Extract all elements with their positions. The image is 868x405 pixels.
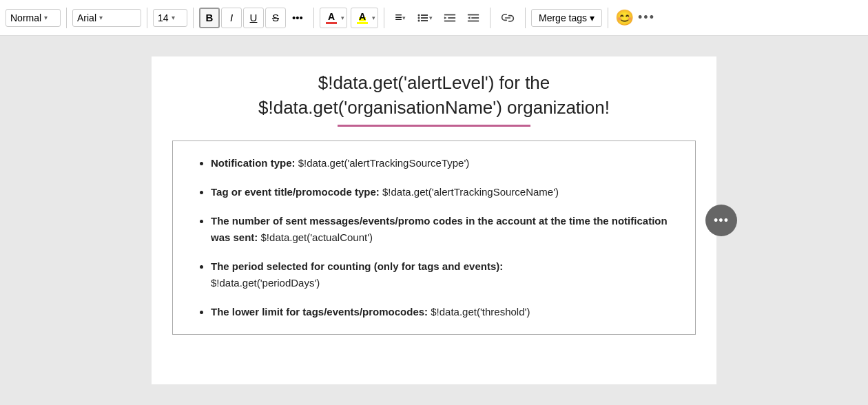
- font-color-chevron: ▾: [341, 14, 344, 21]
- svg-rect-8: [444, 20, 455, 21]
- bullet-list: Notification type: $!data.get('alertTrac…: [194, 155, 674, 320]
- font-family-select[interactable]: Arial ▾: [72, 9, 141, 27]
- content-box: Notification type: $!data.get('alertTrac…: [172, 141, 696, 335]
- list-item: The lower limit for tags/events/promocod…: [211, 304, 674, 320]
- merge-tags-button[interactable]: Merge tags ▾: [531, 9, 602, 27]
- svg-rect-7: [448, 17, 455, 19]
- paragraph-style-chevron: ▾: [44, 14, 48, 21]
- text-format-group: B I U S •••: [199, 8, 308, 28]
- font-size-chevron: ▾: [172, 14, 175, 21]
- toolbar: Normal ▾ Arial ▾ 14 ▾ B I U S ••• A ▾: [0, 0, 868, 36]
- title-line1: $!data.get('alertLevel') for the: [318, 72, 550, 93]
- svg-rect-11: [471, 17, 479, 19]
- item4-value: $!data.get('periodDays'): [211, 277, 320, 289]
- svg-point-2: [418, 17, 420, 19]
- highlight-color-wrapper[interactable]: A ▾: [351, 8, 378, 28]
- divider-3: [193, 8, 194, 28]
- item5-bold: The lower limit for tags/events/promocod…: [211, 306, 428, 318]
- floating-more-button[interactable]: •••: [705, 205, 737, 236]
- font-size-select[interactable]: 14 ▾: [153, 9, 187, 27]
- divider-2: [147, 8, 147, 28]
- title-underline: [338, 125, 530, 127]
- alignment-group: ≡▾ ▾: [390, 8, 484, 28]
- divider-6: [490, 8, 490, 28]
- link-icon: [501, 12, 515, 24]
- editor-container: $!data.get('alertLevel') for the $!data.…: [152, 56, 716, 384]
- indent-icon: [467, 12, 479, 24]
- highlight-color-button[interactable]: A: [353, 10, 371, 25]
- list-item: The period selected for counting (only f…: [211, 258, 674, 291]
- overflow-button[interactable]: •••: [638, 10, 655, 25]
- paragraph-style-group: Normal ▾: [6, 9, 61, 27]
- svg-marker-13: [468, 17, 471, 19]
- highlight-color-bar: [357, 22, 368, 24]
- svg-marker-9: [444, 17, 447, 19]
- font-color-bar: [326, 22, 337, 24]
- merge-tags-chevron: ▾: [590, 12, 595, 23]
- list-chevron: ▾: [429, 14, 433, 21]
- svg-rect-10: [468, 14, 479, 15]
- merge-tags-group: Merge tags ▾: [531, 9, 602, 27]
- link-button[interactable]: [496, 8, 519, 28]
- list-item: Notification type: $!data.get('alertTrac…: [211, 155, 674, 172]
- divider-8: [608, 8, 608, 28]
- list-item: Tag or event title/promocode type: $!dat…: [211, 184, 674, 200]
- svg-rect-1: [421, 14, 428, 16]
- font-family-group: Arial ▾: [72, 9, 141, 27]
- item1-value: $!data.get('alertTrackingSourceType'): [298, 157, 470, 169]
- align-chevron: ▾: [402, 14, 406, 21]
- list-icon: [417, 12, 429, 24]
- item3-value: $!data.get('actualCount'): [261, 231, 373, 243]
- align-button[interactable]: ≡▾: [390, 8, 411, 28]
- font-color-button[interactable]: A: [322, 10, 340, 25]
- font-family-label: Arial: [77, 12, 96, 23]
- item5-value: $!data.get('threshold'): [431, 306, 530, 318]
- divider-4: [313, 8, 314, 28]
- color-group: A ▾ A ▾: [320, 8, 378, 28]
- font-family-chevron: ▾: [99, 14, 103, 21]
- indent-button[interactable]: [462, 8, 484, 28]
- more-format-button[interactable]: •••: [287, 8, 308, 28]
- paragraph-style-label: Normal: [10, 12, 41, 23]
- divider-5: [384, 8, 384, 28]
- divider-7: [525, 8, 526, 28]
- underline-button[interactable]: U: [243, 8, 264, 28]
- paragraph-style-select[interactable]: Normal ▾: [6, 9, 61, 27]
- highlight-color-chevron: ▾: [372, 14, 375, 21]
- title-text: $!data.get('alertLevel') for the $!data.…: [179, 70, 689, 121]
- bold-button[interactable]: B: [199, 8, 220, 28]
- list-button[interactable]: ▾: [412, 8, 437, 28]
- list-item: The number of sent messages/events/promo…: [211, 213, 674, 246]
- item1-bold: Notification type:: [211, 157, 296, 169]
- outdent-icon: [444, 12, 456, 24]
- svg-rect-3: [421, 17, 428, 19]
- font-color-wrapper[interactable]: A ▾: [320, 8, 347, 28]
- title-section: $!data.get('alertLevel') for the $!data.…: [152, 56, 716, 134]
- font-size-group: 14 ▾: [153, 9, 187, 27]
- merge-tags-label: Merge tags: [539, 12, 587, 23]
- outdent-button[interactable]: [439, 8, 461, 28]
- svg-rect-12: [468, 20, 479, 21]
- title-line2: $!data.get('organisationName') organizat…: [258, 97, 610, 118]
- item4-bold: The period selected for counting (only f…: [211, 260, 503, 272]
- emoji-button[interactable]: 😊: [614, 8, 635, 28]
- strikethrough-button[interactable]: S: [265, 8, 286, 28]
- svg-point-4: [418, 19, 420, 21]
- link-group: [496, 8, 519, 28]
- item2-bold: Tag or event title/promocode type:: [211, 186, 380, 198]
- italic-button[interactable]: I: [221, 8, 242, 28]
- content-area: $!data.get('alertLevel') for the $!data.…: [0, 36, 868, 405]
- item2-value: $!data.get('alertTrackingSourceName'): [382, 186, 559, 198]
- highlight-color-letter: A: [359, 12, 366, 21]
- svg-rect-5: [421, 20, 428, 21]
- font-color-letter: A: [328, 12, 335, 21]
- svg-point-0: [418, 14, 420, 16]
- font-size-label: 14: [158, 12, 169, 23]
- svg-rect-6: [444, 14, 455, 15]
- divider-1: [66, 8, 67, 28]
